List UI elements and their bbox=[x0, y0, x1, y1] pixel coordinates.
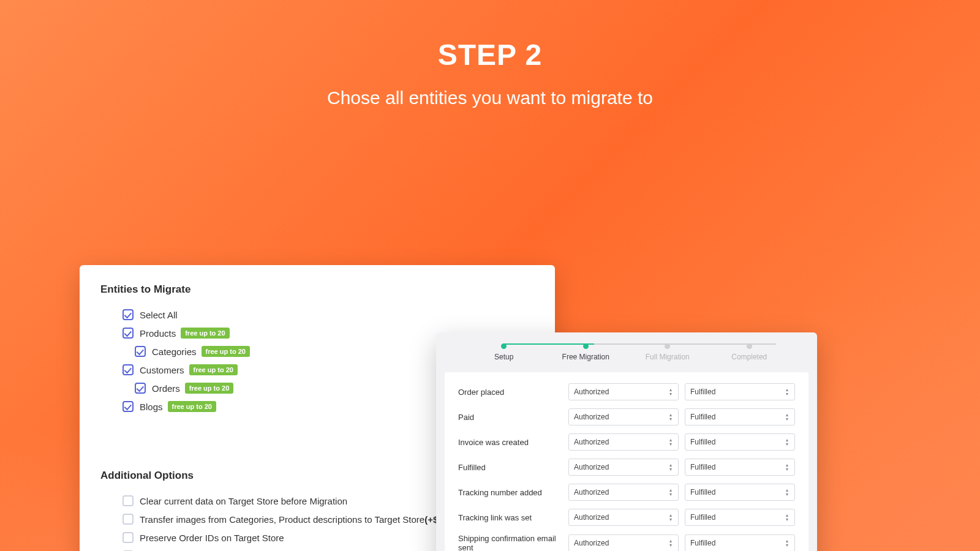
select-caret-icon bbox=[785, 513, 790, 522]
mapping-select-right[interactable]: Fulfilled bbox=[685, 459, 795, 476]
select-caret-icon bbox=[668, 388, 673, 396]
entity-checkbox[interactable] bbox=[135, 383, 146, 394]
entity-label: Products bbox=[140, 328, 176, 339]
free-badge: free up to 20 bbox=[168, 401, 216, 412]
entity-label: Orders bbox=[152, 383, 180, 394]
option-checkbox[interactable] bbox=[123, 514, 134, 525]
mapping-select-right[interactable]: Fulfilled bbox=[685, 433, 795, 451]
mapping-select-right[interactable]: Fulfilled bbox=[685, 509, 795, 526]
select-caret-icon bbox=[785, 413, 790, 421]
select-caret-icon bbox=[668, 513, 673, 522]
mapping-select-right[interactable]: Fulfilled bbox=[685, 383, 795, 400]
select-caret-icon bbox=[785, 539, 790, 547]
mapping-row: Shipping confirmation email sentAuthoriz… bbox=[458, 534, 795, 551]
option-checkbox[interactable] bbox=[123, 495, 134, 506]
wizard-card: Setup Free Migration Full Migration Comp… bbox=[436, 332, 817, 551]
mapping-select-left[interactable]: Authorized bbox=[568, 433, 679, 451]
mapping-row: Tracking number addedAuthorizedFulfilled bbox=[458, 484, 795, 501]
select-caret-icon bbox=[668, 413, 673, 421]
hero: STEP 2 Chose all entities you want to mi… bbox=[0, 0, 980, 108]
select-caret-icon bbox=[785, 388, 790, 396]
mapping-select-left[interactable]: Authorized bbox=[568, 509, 679, 526]
entity-checkbox[interactable] bbox=[123, 328, 134, 339]
select-caret-icon bbox=[785, 438, 790, 446]
free-badge: free up to 20 bbox=[181, 328, 229, 339]
entity-label: Customers bbox=[140, 365, 184, 375]
mapping-row: FulfilledAuthorizedFulfilled bbox=[458, 459, 795, 476]
select-caret-icon bbox=[785, 463, 790, 471]
mapping-select-right[interactable]: Fulfilled bbox=[685, 534, 795, 551]
section-title-entities: Entities to Migrate bbox=[100, 283, 534, 296]
option-label: Clear current data on Target Store befor… bbox=[140, 496, 347, 506]
select-caret-icon bbox=[668, 488, 673, 497]
mapping-label: Fulfilled bbox=[458, 463, 568, 472]
step-subtitle: Chose all entities you want to migrate t… bbox=[0, 88, 980, 108]
mapping-row: Tracking link was setAuthorizedFulfilled bbox=[458, 509, 795, 526]
mapping-row: PaidAuthorizedFulfilled bbox=[458, 408, 795, 425]
entity-label: Blogs bbox=[140, 402, 163, 412]
mapping-row: Invoice was createdAuthorizedFulfilled bbox=[458, 433, 795, 451]
entity-checkbox[interactable] bbox=[123, 309, 134, 320]
mapping-select-left[interactable]: Authorized bbox=[568, 408, 679, 425]
step-title: STEP 2 bbox=[0, 38, 980, 72]
entity-checkbox[interactable] bbox=[123, 364, 134, 375]
step-completed: Completed bbox=[709, 343, 791, 361]
mapping-select-left[interactable]: Authorized bbox=[568, 383, 679, 400]
mapping-select-right[interactable]: Fulfilled bbox=[685, 484, 795, 501]
entity-label: Select All bbox=[140, 310, 178, 320]
entity-checkbox[interactable] bbox=[135, 346, 146, 357]
free-badge: free up to 20 bbox=[202, 346, 250, 357]
mapping-select-left[interactable]: Authorized bbox=[568, 459, 679, 476]
free-badge: free up to 20 bbox=[189, 364, 238, 375]
mapping-select-right[interactable]: Fulfilled bbox=[685, 408, 795, 425]
mapping-label: Invoice was created bbox=[458, 438, 568, 447]
select-caret-icon bbox=[785, 488, 790, 497]
entity-checkbox[interactable] bbox=[123, 401, 134, 412]
step-full-migration: Full Migration bbox=[627, 343, 709, 361]
option-checkbox[interactable] bbox=[123, 532, 134, 543]
step-setup[interactable]: Setup bbox=[463, 343, 545, 361]
mapping-label: Order placed bbox=[458, 388, 568, 397]
select-caret-icon bbox=[668, 438, 673, 446]
option-label: Transfer images from Categories, Product… bbox=[140, 514, 424, 525]
select-caret-icon bbox=[668, 463, 673, 471]
select-caret-icon bbox=[668, 539, 673, 547]
option-label: Preserve Order IDs on Target Store bbox=[140, 533, 284, 543]
entity-row: Select All bbox=[123, 309, 534, 320]
mapping-row: Order placedAuthorizedFulfilled bbox=[458, 383, 795, 400]
mapping-label: Paid bbox=[458, 413, 568, 422]
mapping-label: Tracking link was set bbox=[458, 513, 568, 522]
free-badge: free up to 20 bbox=[185, 383, 233, 394]
mapping-select-left[interactable]: Authorized bbox=[568, 534, 679, 551]
stepper: Setup Free Migration Full Migration Comp… bbox=[445, 341, 809, 367]
mapping-label: Shipping confirmation email sent bbox=[458, 534, 568, 551]
entity-label: Categories bbox=[152, 347, 197, 357]
mapping-panel: Order placedAuthorizedFulfilledPaidAutho… bbox=[445, 372, 809, 551]
mapping-label: Tracking number added bbox=[458, 488, 568, 497]
mapping-select-left[interactable]: Authorized bbox=[568, 484, 679, 501]
step-free-migration[interactable]: Free Migration bbox=[545, 343, 627, 361]
